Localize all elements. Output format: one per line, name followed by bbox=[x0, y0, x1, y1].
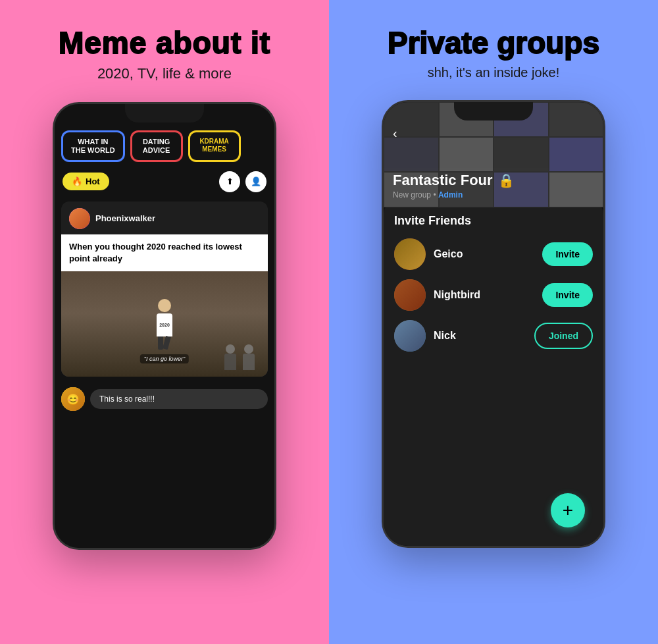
commenter-avatar: 😊 bbox=[61, 387, 85, 411]
phone-notch-left bbox=[125, 104, 204, 122]
tab-what-in-world[interactable]: WHAT INTHE WORLD bbox=[61, 130, 125, 162]
phone-screen-left: WHAT INTHE WORLD DATINGADVICE KDRAMAMEME… bbox=[55, 104, 274, 548]
upload-icon: ⬆ bbox=[226, 176, 234, 186]
comment-input[interactable]: This is so real!!! bbox=[90, 389, 268, 409]
left-panel: Meme about it 2020, TV, life & more WHAT… bbox=[0, 0, 329, 644]
user-icon: 👤 bbox=[251, 176, 261, 186]
tab-kdrama-memes[interactable]: KDRAMAMEMES bbox=[188, 130, 241, 162]
group-meta: New group • Admin bbox=[393, 190, 515, 200]
phone-mockup-right: ‹ Fantastic Four 🔒 New group • Admin Inv… bbox=[382, 100, 605, 548]
hot-icons: ⬆ 👤 bbox=[219, 171, 266, 192]
post-card: Phoenixwalker When you thought 2020 reac… bbox=[61, 201, 268, 377]
dot-separator: • bbox=[433, 190, 438, 200]
user-avatar bbox=[69, 208, 90, 229]
right-subtitle: shh, it's an inside joke! bbox=[428, 65, 560, 80]
friend-row-nightbird: Nightbird Invite bbox=[394, 279, 593, 311]
right-title: Private groups bbox=[388, 26, 599, 60]
joined-button-nick[interactable]: Joined bbox=[534, 323, 593, 349]
invite-title: Invite Friends bbox=[394, 214, 593, 228]
bg-people bbox=[224, 344, 255, 370]
friend-name-geico: Geico bbox=[434, 248, 534, 260]
invite-button-geico[interactable]: Invite bbox=[542, 242, 593, 266]
friend-name-nightbird: Nightbird bbox=[434, 289, 534, 301]
meme-caption: "I can go lower" bbox=[140, 354, 189, 363]
phone-mockup-left: WHAT INTHE WORLD DATINGADVICE KDRAMAMEME… bbox=[53, 102, 276, 550]
group-name: Fantastic Four bbox=[393, 172, 493, 189]
avatar-geico bbox=[394, 238, 426, 270]
upload-icon-btn[interactable]: ⬆ bbox=[219, 171, 240, 192]
user-icon-btn[interactable]: 👤 bbox=[245, 171, 266, 192]
lock-icon: 🔒 bbox=[498, 173, 515, 188]
friend-name-nick: Nick bbox=[434, 330, 526, 342]
hot-label: Hot bbox=[86, 176, 100, 186]
tab-dating-advice[interactable]: DATINGADVICE bbox=[130, 130, 183, 162]
invite-button-nightbird[interactable]: Invite bbox=[542, 283, 593, 307]
fab-button[interactable]: + bbox=[551, 493, 585, 527]
left-title: Meme about it bbox=[59, 26, 270, 60]
admin-badge: Admin bbox=[438, 190, 463, 200]
hot-badge[interactable]: 🔥 Hot bbox=[63, 173, 109, 190]
tabs-row: WHAT INTHE WORLD DATINGADVICE KDRAMAMEME… bbox=[55, 125, 274, 167]
avatar-nightbird bbox=[394, 279, 426, 311]
avatar-nick bbox=[394, 320, 426, 352]
post-text: When you thought 2020 reached its lowest… bbox=[61, 234, 268, 271]
friend-row-geico: Geico Invite bbox=[394, 238, 593, 270]
friend-row-nick: Nick Joined bbox=[394, 320, 593, 352]
left-subtitle: 2020, TV, life & more bbox=[97, 65, 232, 82]
right-panel: Private groups shh, it's an inside joke!… bbox=[329, 0, 658, 644]
phone-screen-right: ‹ Fantastic Four 🔒 New group • Admin Inv… bbox=[384, 102, 603, 546]
meme-image: 2020 bbox=[61, 271, 268, 377]
group-meta-text: New group bbox=[393, 190, 431, 200]
hot-bar: 🔥 Hot ⬆ 👤 bbox=[55, 167, 274, 196]
fire-icon: 🔥 bbox=[72, 176, 82, 186]
back-button[interactable]: ‹ bbox=[393, 126, 397, 141]
meme-year-label: 2020 bbox=[157, 313, 172, 336]
comment-bar: 😊 This is so real!!! bbox=[55, 382, 274, 416]
group-name-row: Fantastic Four 🔒 bbox=[393, 172, 515, 189]
post-header: Phoenixwalker bbox=[61, 201, 268, 234]
meme-scene: 2020 bbox=[61, 271, 268, 377]
group-info: Fantastic Four 🔒 New group • Admin bbox=[393, 172, 515, 200]
username: Phoenixwalker bbox=[95, 213, 155, 223]
phone-notch-right bbox=[454, 102, 533, 121]
